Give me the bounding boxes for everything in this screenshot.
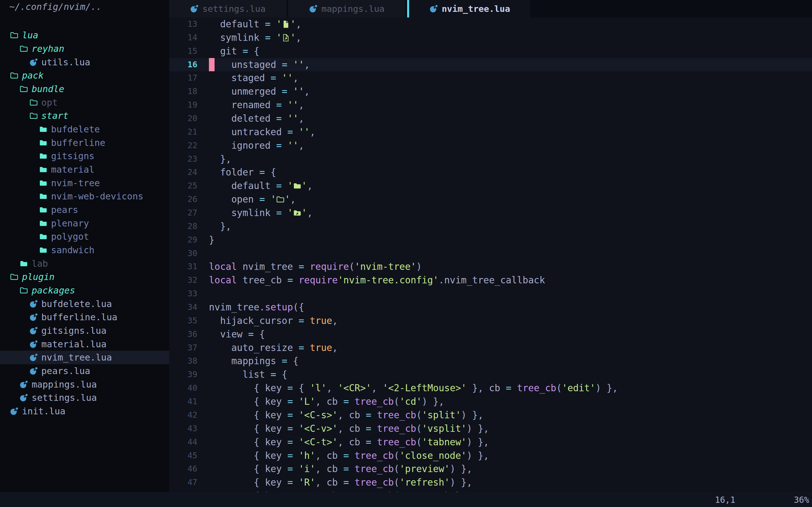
code-line-34[interactable]: 34nvim_tree.setup({ (169, 300, 812, 314)
tree-item-nvim-web-devicons[interactable]: nvim-web-devicons (0, 190, 169, 203)
tree-item-pack[interactable]: pack (0, 69, 169, 82)
file-symlink-icon (282, 34, 290, 42)
code-text: { key = 'c', cb = tree_cb('create') }, (209, 489, 467, 492)
tree-item-mappings.lua[interactable]: mappings.lua (0, 378, 169, 391)
code-line-23[interactable]: 23 }, (169, 152, 812, 166)
code-line-48[interactable]: 48 { key = 'c', cb = tree_cb('create') }… (169, 489, 812, 492)
code-line-42[interactable]: 42 { key = '<C-s>', cb = tree_cb('split'… (169, 408, 812, 422)
tree-item-label: lab (32, 258, 48, 269)
tree-item-nvim_tree.lua[interactable]: nvim_tree.lua (0, 351, 169, 364)
folder-icon (39, 206, 47, 214)
code-line-41[interactable]: 41 { key = 'L', cb = tree_cb('cd') }, (169, 395, 812, 408)
tree-item-packages[interactable]: packages (0, 284, 169, 297)
tree-item-sandwich[interactable]: sandwich (0, 243, 169, 257)
tree-item-label: nvim-web-devicons (51, 191, 144, 202)
code-line-15[interactable]: 15 git = { (169, 45, 812, 58)
code-line-36[interactable]: 36 view = { (169, 328, 812, 341)
code-line-39[interactable]: 39 list = { (169, 368, 812, 381)
line-number: 32 (169, 274, 197, 287)
code-line-30[interactable]: 30 (169, 247, 812, 260)
code-line-47[interactable]: 47 { key = 'R', cb = tree_cb('refresh') … (169, 476, 812, 489)
tree-item-polygot[interactable]: polygot (0, 230, 169, 244)
folder-icon (39, 246, 47, 255)
tree-item-bufferline[interactable]: bufferline (0, 136, 169, 150)
code-line-21[interactable]: 21 untracked = '', (169, 125, 812, 139)
line-number: 20 (169, 112, 197, 125)
tree-item-bufferline.lua[interactable]: bufferline.lua (0, 311, 169, 324)
code-text: ignored = '', (209, 139, 304, 152)
code-line-25[interactable]: 25 default = '', (169, 179, 812, 193)
line-number: 26 (169, 193, 197, 206)
code-line-26[interactable]: 26 open = '', (169, 193, 812, 206)
code-line-37[interactable]: 37 auto_resize = true, (169, 341, 812, 355)
code-line-20[interactable]: 20 deleted = '', (169, 112, 812, 125)
code-line-19[interactable]: 19 renamed = '', (169, 98, 812, 112)
code-line-27[interactable]: 27 symlink = '', (169, 206, 812, 220)
code-line-46[interactable]: 46 { key = 'i', cb = tree_cb('preview') … (169, 462, 812, 476)
tree-root-path[interactable]: ~/.config/nvim/.. (0, 0, 169, 13)
folder-open-icon (10, 273, 18, 281)
code-text: { key = 'h', cb = tree_cb('close_node') … (209, 449, 489, 462)
tree-item-lab[interactable]: lab (0, 257, 169, 270)
tree-item-init.lua[interactable]: init.lua (0, 404, 169, 418)
tree-item-opt[interactable]: opt (0, 96, 169, 109)
tree-item-gitsigns.lua[interactable]: gitsigns.lua (0, 324, 169, 337)
tree-item-label: sandwich (51, 245, 94, 256)
tree-item-plenary[interactable]: plenary (0, 217, 169, 230)
lua-file-icon (19, 380, 28, 389)
tree-item-utils.lua[interactable]: utils.lua (0, 55, 169, 69)
tab-settings.lua[interactable]: settings.lua (169, 0, 287, 17)
code-text: symlink = '', (209, 206, 313, 220)
tree-item-gitsigns[interactable]: gitsigns (0, 150, 169, 163)
tree-item-pears.lua[interactable]: pears.lua (0, 364, 169, 378)
tree-item-material.lua[interactable]: material.lua (0, 337, 169, 351)
line-number: 28 (169, 220, 197, 233)
line-number: 35 (169, 314, 197, 328)
code-line-32[interactable]: 32local tree_cb = require'nvim-tree.conf… (169, 274, 812, 287)
tree-item-start[interactable]: start (0, 109, 169, 123)
code-line-22[interactable]: 22 ignored = '', (169, 139, 812, 152)
lua-file-icon (29, 367, 38, 375)
tree-item-nvim-tree[interactable]: nvim-tree (0, 176, 169, 190)
tabline: settings.luamappings.luanvim_tree.lua (169, 0, 812, 17)
line-number: 13 (169, 17, 197, 31)
code-text: deleted = '', (209, 112, 304, 125)
code-line-24[interactable]: 24 folder = { (169, 166, 812, 179)
line-number: 41 (169, 395, 197, 408)
code-line-17[interactable]: 17 staged = '', (169, 71, 812, 85)
tree-item-bufdelete.lua[interactable]: bufdelete.lua (0, 297, 169, 311)
code-line-33[interactable]: 33 (169, 287, 812, 300)
tab-mappings.lua[interactable]: mappings.lua (288, 0, 405, 17)
folder-icon (39, 179, 47, 187)
code-line-31[interactable]: 31local nvim_tree = require('nvim-tree') (169, 260, 812, 274)
code-line-16[interactable]: 16 unstaged = '', (169, 58, 812, 71)
code-line-35[interactable]: 35 hijack_cursor = true, (169, 314, 812, 328)
code-line-28[interactable]: 28 }, (169, 220, 812, 233)
tree-item-label: reyhan (32, 43, 64, 54)
tree-item-pears[interactable]: pears (0, 203, 169, 217)
tree-item-bundle[interactable]: bundle (0, 82, 169, 96)
tree-item-plugin[interactable]: plugin (0, 270, 169, 284)
code-line-14[interactable]: 14 symlink = '', (169, 31, 812, 45)
code-line-45[interactable]: 45 { key = 'h', cb = tree_cb('close_node… (169, 449, 812, 462)
code-line-13[interactable]: 13 default = '', (169, 17, 812, 31)
code-line-44[interactable]: 44 { key = '<C-t>', cb = tree_cb('tabnew… (169, 436, 812, 449)
tree-item-reyhan[interactable]: reyhan (0, 42, 169, 55)
folder-symlink-icon (293, 209, 301, 217)
tree-item-bufdelete[interactable]: bufdelete (0, 122, 169, 136)
active-tab-separator (407, 0, 409, 17)
code-line-29[interactable]: 29} (169, 233, 812, 247)
code-text: { key = { 'l', '<CR>', '<2-LeftMouse>' }… (209, 381, 618, 395)
code-line-43[interactable]: 43 { key = '<C-v>', cb = tree_cb('vsplit… (169, 422, 812, 436)
tree-item-label: bufdelete (51, 124, 100, 135)
tree-item-settings.lua[interactable]: settings.lua (0, 391, 169, 404)
code-text: symlink = '', (209, 31, 301, 45)
tab-nvim_tree.lua[interactable]: nvim_tree.lua (409, 0, 530, 17)
line-number: 39 (169, 368, 197, 381)
code-line-40[interactable]: 40 { key = { 'l', '<CR>', '<2-LeftMouse>… (169, 381, 812, 395)
tree-item-lua[interactable]: lua (0, 29, 169, 42)
code-line-38[interactable]: 38 mappings = { (169, 354, 812, 368)
folder-open-icon (19, 45, 28, 53)
tree-item-material[interactable]: material (0, 163, 169, 176)
code-line-18[interactable]: 18 unmerged = '', (169, 85, 812, 98)
